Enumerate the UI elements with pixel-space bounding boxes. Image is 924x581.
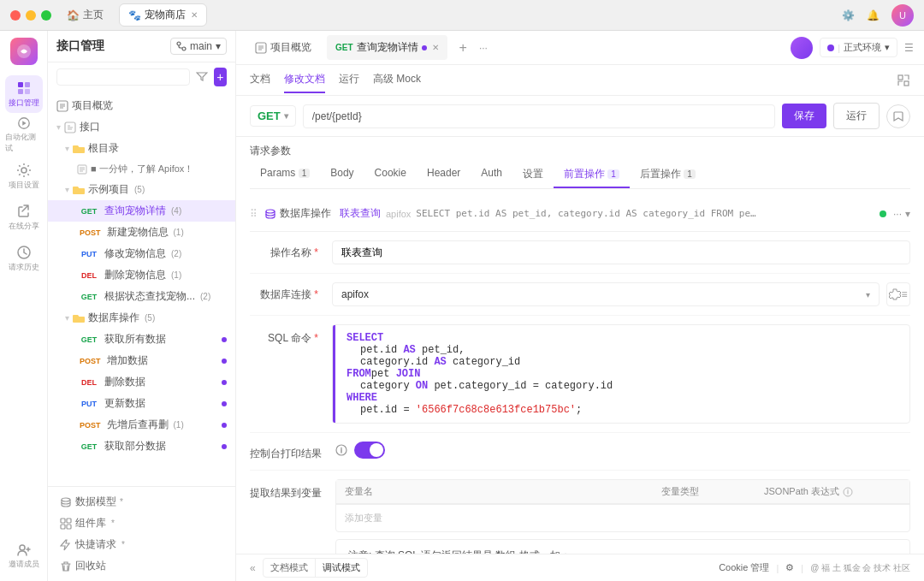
pet-shop-tab[interactable]: 🐾 宠物商店 ✕ xyxy=(119,3,207,27)
var-table-header: 变量名 变量类型 JSONPath 表达式 xyxy=(336,480,909,504)
sql-indicator xyxy=(333,325,335,423)
save-button[interactable]: 保存 xyxy=(782,104,826,128)
print-toggle[interactable] xyxy=(354,442,385,459)
sidebar-item-auto-test[interactable]: 自动化测试 xyxy=(5,116,43,154)
tab-close-x[interactable]: ✕ xyxy=(432,43,439,52)
get-by-status-label: 根据状态查找宠物... xyxy=(104,289,195,304)
home-tab[interactable]: 🏠 主页 xyxy=(58,4,112,26)
db-conn-settings[interactable]: ≡ xyxy=(886,282,910,306)
db-operation-row: ⠿ 数据库操作 联表查询 apifox SELECT pet.id AS pet… xyxy=(250,196,910,232)
op-name-input[interactable] xyxy=(332,240,910,264)
tree-item-example-project[interactable]: ▾ 示例项目 (5) xyxy=(48,179,235,200)
tree-item-interface[interactable]: ▾ 接口 xyxy=(48,116,235,138)
svg-point-6 xyxy=(21,168,27,173)
tree-item-get-pet-detail[interactable]: GET 查询宠物详情 (4) xyxy=(48,200,235,222)
bookmark-button[interactable] xyxy=(886,104,910,128)
tree-item-put-update[interactable]: PUT 更新数据 xyxy=(48,393,235,414)
tree-item-put-pet[interactable]: PUT 修改宠物信息 (2) xyxy=(48,243,235,264)
doc-tab-run[interactable]: 运行 xyxy=(339,67,359,93)
cookie-mgmt-link[interactable]: Cookie 管理 xyxy=(719,561,769,574)
bell-icon[interactable]: 🔔 xyxy=(867,9,880,21)
tree-content: 项目概览 ▾ 接口 ▾ 根目录 ■ 一分钟，了解 Apifox！ ▾ 示例项目 … xyxy=(48,92,235,486)
tree-bottom-data-model[interactable]: 数据模型 * xyxy=(56,492,227,512)
get-partial-label: 获取部分数据 xyxy=(104,439,166,454)
user-avatar[interactable]: U xyxy=(891,4,914,27)
tree-item-del-pet[interactable]: DEL 删除宠物信息 (1) xyxy=(48,264,235,286)
expand-icon[interactable] xyxy=(897,74,910,87)
add-api-button[interactable]: + xyxy=(214,68,228,86)
tree-search-input[interactable] xyxy=(56,68,190,86)
tree-item-post-new-pet[interactable]: POST 新建宠物信息 (1) xyxy=(48,222,235,243)
tab-bar-right: | 正式环境 ▾ ☰ xyxy=(791,37,914,59)
doc-tab-actions xyxy=(897,74,910,87)
env-selector[interactable]: | 正式环境 ▾ xyxy=(820,38,897,57)
sidebar-item-project-settings[interactable]: 项目设置 xyxy=(5,157,43,195)
settings-icon[interactable]: ⚙️ xyxy=(842,9,855,21)
params-tab-auth[interactable]: Auth xyxy=(471,162,512,188)
tree-bottom-components[interactable]: 组件库 * xyxy=(56,513,227,533)
params-tab-header[interactable]: Header xyxy=(417,162,471,188)
tab-project-overview[interactable]: 项目概览 xyxy=(246,35,320,60)
folder-open-icon xyxy=(73,184,85,196)
tree-item-post-pre-query[interactable]: POST 先增后查再删 (1) xyxy=(48,414,235,436)
tree-item-get-all[interactable]: GET 获取所有数据 xyxy=(48,329,235,350)
filter-icon[interactable] xyxy=(195,68,209,86)
json-path-info-icon[interactable] xyxy=(843,487,853,497)
close-button[interactable] xyxy=(10,10,21,21)
maximize-button[interactable] xyxy=(41,10,51,21)
collapse-icon: ▾ xyxy=(56,122,61,132)
more-tabs-button[interactable]: ··· xyxy=(479,42,488,54)
doc-tab-docs[interactable]: 文档 xyxy=(250,67,270,93)
tab-close-button[interactable]: ✕ xyxy=(191,10,198,20)
tree-item-get-partial[interactable]: GET 获取部分数据 xyxy=(48,436,235,457)
sidebar-item-online-share[interactable]: 在线分享 xyxy=(5,199,43,236)
drag-handle[interactable]: ⠿ xyxy=(250,208,258,220)
minimize-button[interactable] xyxy=(26,10,36,21)
params-tab-settings[interactable]: 设置 xyxy=(512,162,554,188)
doc-tab-mock[interactable]: 高级 Mock xyxy=(373,67,421,93)
sql-editor[interactable]: SELECT pet.id AS pet_id, category.id AS … xyxy=(332,324,910,424)
tree-item-get-by-status[interactable]: GET 根据状态查找宠物... (2) xyxy=(48,286,235,307)
api-path-input[interactable] xyxy=(303,104,775,128)
branch-chevron: ▾ xyxy=(216,40,221,52)
add-variable-placeholder[interactable]: 添加变量 xyxy=(336,504,909,531)
tree-item-del-data[interactable]: DEL 删除数据 xyxy=(48,371,235,393)
bottom-separator2: | xyxy=(801,563,803,573)
add-tab-button[interactable]: + xyxy=(454,40,472,56)
tree-item-root-dir[interactable]: ▾ 根目录 xyxy=(48,138,235,159)
db-conn-select-wrapper: apifox ▾ ≡ xyxy=(332,282,910,306)
db-op-more[interactable]: ··· xyxy=(893,208,902,220)
db-op-chevron[interactable]: ▾ xyxy=(905,208,910,220)
method-select[interactable]: GET ▾ xyxy=(250,105,296,127)
tree-item-post-add[interactable]: POST 增加数据 xyxy=(48,350,235,371)
run-button[interactable]: 运行 xyxy=(833,103,880,129)
params-tab-cookie[interactable]: Cookie xyxy=(364,162,417,188)
tree-item-quick-start[interactable]: ■ 一分钟，了解 Apifox！ xyxy=(48,159,235,179)
params-tab-params[interactable]: Params 1 xyxy=(250,162,320,188)
info-icon[interactable] xyxy=(335,444,347,456)
svg-rect-15 xyxy=(61,519,65,523)
params-tab-pre-ops[interactable]: 前置操作 1 xyxy=(554,162,630,188)
sidebar-item-request-history[interactable]: 请求历史 xyxy=(5,240,43,277)
params-tab-body[interactable]: Body xyxy=(320,162,364,188)
tab-bar-more-icon[interactable]: ☰ xyxy=(904,42,914,54)
var-type-header: 变量类型 xyxy=(661,485,764,498)
branch-selector[interactable]: main ▾ xyxy=(170,38,227,55)
params-tab-post-ops[interactable]: 后置操作 1 xyxy=(630,162,706,188)
doc-tab-modify[interactable]: 修改文档 xyxy=(284,67,325,93)
db-conn-select[interactable]: apifox ▾ xyxy=(332,282,880,306)
sidebar-item-invite-member[interactable]: 邀请成员 xyxy=(5,537,43,574)
tree-item-db-ops[interactable]: ▾ 数据库操作 (5) xyxy=(48,307,235,329)
tab-get-pet-detail[interactable]: GET 查询宠物详情 ✕ xyxy=(327,35,447,60)
bottom-settings-icon[interactable]: ⚙ xyxy=(785,562,794,573)
debug-mode-btn[interactable]: 调试模式 xyxy=(316,559,367,577)
collapse-icon[interactable]: « xyxy=(250,562,256,574)
doc-mode-btn[interactable]: 文档模式 xyxy=(264,559,315,577)
svg-rect-4 xyxy=(25,89,30,94)
sidebar-item-api-mgmt[interactable]: 接口管理 xyxy=(5,75,43,113)
tree-bottom-recycle[interactable]: 回收站 xyxy=(56,556,227,576)
tree-bottom-quick-requests[interactable]: 快捷请求 * xyxy=(56,535,227,554)
tree-item-project-overview[interactable]: 项目概览 xyxy=(48,95,235,116)
doc-tab-modify-label: 修改文档 xyxy=(284,73,325,85)
user-avatar-top[interactable] xyxy=(791,37,813,59)
